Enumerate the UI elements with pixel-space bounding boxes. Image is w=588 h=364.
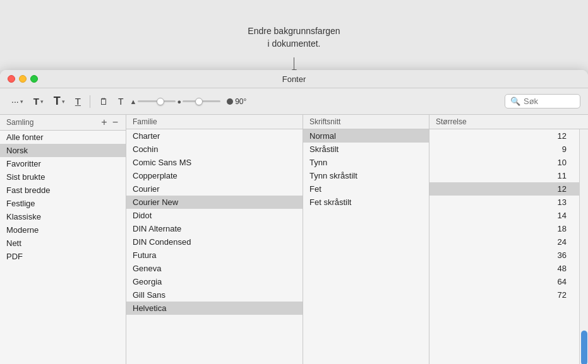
- list-item[interactable]: 12: [429, 182, 579, 196]
- degree-label: 90°: [235, 97, 246, 106]
- list-item[interactable]: Tynn skråstilt: [303, 169, 429, 182]
- list-item[interactable]: 48: [429, 262, 579, 275]
- separator-1: [90, 95, 90, 108]
- maximize-button[interactable]: [30, 75, 38, 83]
- search-input[interactable]: [524, 97, 575, 106]
- collection-column: Samling + − Alle fonter Norsk Favoritter…: [0, 115, 126, 364]
- tooltip-line1: Endre bakgrunnsfargen: [248, 26, 340, 36]
- text-style-icon: T: [33, 96, 39, 107]
- size-list: 12 9 10 11 12 13 14 18 24 36 48 64 72: [429, 129, 579, 364]
- shape-controls: ▲ ●: [130, 98, 221, 105]
- list-item[interactable]: Futura: [126, 249, 303, 262]
- list-item[interactable]: 14: [429, 209, 579, 222]
- triangle-icon: ▲: [130, 98, 137, 105]
- list-item[interactable]: Fast bredde: [0, 184, 126, 197]
- text-color-button[interactable]: T: [71, 93, 85, 109]
- list-item[interactable]: 72: [429, 288, 579, 302]
- list-item[interactable]: Copperplate: [126, 169, 303, 182]
- list-item[interactable]: Skråstilt: [303, 143, 429, 156]
- list-item[interactable]: 10: [429, 156, 579, 169]
- list-item[interactable]: Courier New: [126, 196, 303, 209]
- family-header: Familie: [126, 115, 303, 129]
- list-item[interactable]: Fet: [303, 182, 429, 196]
- add-collection-button[interactable]: +: [100, 117, 108, 127]
- window-title: Fonter: [282, 74, 306, 84]
- titlebar: Fonter: [0, 70, 588, 88]
- list-item[interactable]: Sist brukte: [0, 170, 126, 184]
- minimize-button[interactable]: [19, 75, 27, 83]
- tooltip-arrow: [294, 57, 294, 70]
- list-item[interactable]: Nett: [0, 237, 126, 250]
- search-icon: 🔍: [510, 97, 520, 106]
- content-area: Samling + − Alle fonter Norsk Favoritter…: [0, 115, 588, 364]
- fonts-window: Fonter ··· ▾ T ▾ T ▾ T 🗒: [0, 70, 588, 364]
- list-item[interactable]: 13: [429, 196, 579, 209]
- list-item[interactable]: Geneva: [126, 262, 303, 275]
- list-item[interactable]: 18: [429, 222, 579, 235]
- outer-wrapper: Endre bakgrunnsfargen i dokumentet. Font…: [0, 25, 588, 364]
- list-item[interactable]: 11: [429, 169, 579, 182]
- tooltip-text: Endre bakgrunnsfargen i dokumentet.: [248, 25, 340, 50]
- list-item[interactable]: Courier: [126, 182, 303, 196]
- list-item[interactable]: Comic Sans MS: [126, 156, 303, 169]
- size-scrollbar-thumb: [581, 331, 587, 364]
- list-item[interactable]: 9: [429, 143, 579, 156]
- list-item[interactable]: Tynn: [303, 156, 429, 169]
- list-item[interactable]: Cochin: [126, 143, 303, 156]
- style-slider[interactable]: [183, 100, 220, 102]
- collection-header-actions: + −: [100, 117, 119, 127]
- size-col-content: 12 9 10 11 12 13 14 18 24 36 48 64 72: [429, 129, 588, 364]
- list-item[interactable]: Favoritter: [0, 157, 126, 170]
- list-item[interactable]: Alle fonter: [0, 131, 126, 144]
- size-top-value[interactable]: 12: [429, 129, 579, 143]
- text-style-chevron-icon: ▾: [40, 98, 44, 105]
- list-item[interactable]: PDF: [0, 250, 126, 263]
- style-slider-thumb: [195, 98, 203, 105]
- list-item[interactable]: 64: [429, 275, 579, 288]
- family-column: Familie Charter Cochin Comic Sans MS Cop…: [126, 115, 303, 364]
- size-header-label: Størrelse: [436, 117, 467, 126]
- size-slider-thumb: [157, 98, 164, 105]
- list-item[interactable]: Festlige: [0, 197, 126, 210]
- degree-button[interactable]: 90°: [223, 95, 250, 108]
- search-box[interactable]: 🔍: [505, 94, 580, 109]
- text-size-icon: T: [54, 95, 61, 108]
- more-button[interactable]: ··· ▾: [8, 94, 27, 109]
- close-button[interactable]: [8, 75, 15, 83]
- text-size-button[interactable]: T ▾: [50, 92, 69, 110]
- style-header: Skriftsnitt: [303, 115, 429, 129]
- list-item[interactable]: 24: [429, 235, 579, 249]
- collection-list: Alle fonter Norsk Favoritter Sist brukte…: [0, 131, 126, 364]
- more-icon: ···: [11, 97, 19, 107]
- doc-bg-icon: 🗒: [99, 97, 108, 107]
- collection-header-label: Samling: [6, 118, 33, 127]
- traffic-lights: [8, 75, 38, 83]
- list-item[interactable]: Normal: [303, 129, 429, 143]
- list-item[interactable]: Fet skråstilt: [303, 196, 429, 209]
- list-item[interactable]: Klassiske: [0, 210, 126, 223]
- list-item[interactable]: Didot: [126, 209, 303, 222]
- list-item[interactable]: Norsk: [0, 144, 126, 157]
- text-t-icon: T: [118, 97, 124, 107]
- toolbar: ··· ▾ T ▾ T ▾ T 🗒 T ▲: [0, 88, 588, 115]
- tooltip-line2: i dokumentet.: [267, 38, 320, 49]
- list-item[interactable]: DIN Condensed: [126, 235, 303, 249]
- size-scrollbar[interactable]: [579, 129, 588, 364]
- family-list: Charter Cochin Comic Sans MS Copperplate…: [126, 129, 303, 364]
- list-item[interactable]: Charter: [126, 129, 303, 143]
- remove-collection-button[interactable]: −: [111, 117, 119, 127]
- list-item[interactable]: 36: [429, 249, 579, 262]
- list-item[interactable]: Moderne: [0, 223, 126, 237]
- list-item[interactable]: Gill Sans: [126, 288, 303, 302]
- text-size-chevron-icon: ▾: [62, 98, 65, 105]
- list-item[interactable]: Helvetica: [126, 302, 303, 315]
- family-header-label: Familie: [133, 117, 157, 126]
- list-item[interactable]: Georgia: [126, 275, 303, 288]
- size-slider[interactable]: [138, 100, 176, 102]
- text-t-button[interactable]: T: [114, 94, 128, 109]
- text-style-button[interactable]: T ▾: [30, 93, 47, 109]
- doc-bg-button[interactable]: 🗒: [95, 94, 112, 109]
- list-item[interactable]: DIN Alternate: [126, 222, 303, 235]
- size-header: Størrelse: [429, 115, 588, 129]
- circle-shape-icon: ●: [177, 98, 181, 105]
